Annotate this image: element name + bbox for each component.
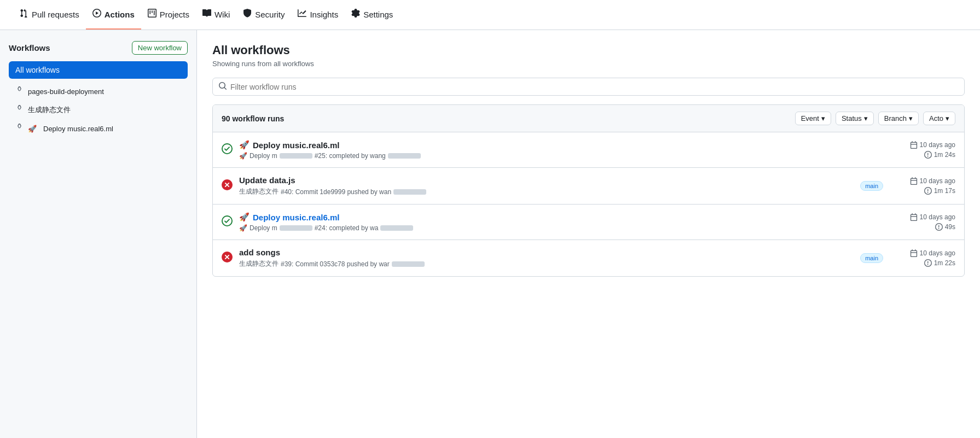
sidebar-header: Workflows New workflow <box>9 41 188 55</box>
run-subtitle-workflow-3: Deploy m <box>250 224 277 232</box>
filter-actor-label: Acto <box>929 114 943 122</box>
run-meta-date-4: 10 days ago <box>910 249 955 257</box>
run-row-3: 🚀 Deploy music.real6.ml 🚀 Deploy m #24: … <box>213 205 964 240</box>
run-info-4: add songs 生成静态文件 #39: Commit 0353c78 pus… <box>239 248 854 268</box>
run-branch-badge-2: main <box>860 181 883 191</box>
search-icon <box>218 81 227 92</box>
run-subtitle-workflow-2: 生成静态文件 <box>239 187 279 196</box>
run-rocket-icon-3: 🚀 <box>239 212 250 222</box>
run-title-2: Update data.js <box>239 176 854 185</box>
filter-status-button[interactable]: Status ▾ <box>836 112 874 125</box>
run-blurred-2 <box>393 189 426 195</box>
filter-actor-button[interactable]: Acto ▾ <box>923 112 955 125</box>
run-meta-duration-2: 1m 17s <box>924 187 955 195</box>
filter-status-chevron-icon: ▾ <box>864 114 868 122</box>
run-status-icon-1 <box>222 143 233 157</box>
run-branch-badge-4: main <box>860 253 883 263</box>
run-status-icon-4 <box>222 252 233 265</box>
run-blurred-1 <box>280 153 312 159</box>
runs-count: 90 workflow runs <box>222 114 284 123</box>
filter-event-button[interactable]: Event ▾ <box>795 112 831 125</box>
nav-insights-label: Insights <box>310 10 338 19</box>
nav-projects[interactable]: Projects <box>141 0 196 30</box>
nav-insights[interactable]: Insights <box>291 0 345 30</box>
run-meta-duration-1: 1m 24s <box>924 151 955 159</box>
run-meta-date-3: 10 days ago <box>910 213 955 221</box>
nav-pull-requests-label: Pull requests <box>32 10 79 19</box>
run-meta-3: 10 days ago 49s <box>890 213 955 231</box>
workflow-branch-icon-1 <box>15 86 24 96</box>
filter-branch-button[interactable]: Branch ▾ <box>878 112 919 125</box>
run-date-3: 10 days ago <box>920 213 955 221</box>
run-meta-duration-4: 1m 22s <box>924 259 955 267</box>
run-status-icon-2 <box>222 179 233 193</box>
run-row-4: add songs 生成静态文件 #39: Commit 0353c78 pus… <box>213 240 964 276</box>
search-input[interactable] <box>230 83 959 91</box>
sidebar-item-label-deploy-music-text: Deploy music.real6.ml <box>43 125 113 133</box>
workflow-branch-icon-2 <box>15 105 24 115</box>
sidebar: Workflows New workflow All workflows pag… <box>0 30 197 438</box>
sidebar-all-workflows[interactable]: All workflows <box>9 61 188 79</box>
run-title-text-1: Deploy music.real6.ml <box>253 141 339 150</box>
run-rocket-small-1: 🚀 <box>239 152 247 160</box>
run-meta-duration-3: 49s <box>935 223 955 231</box>
run-title-link-3[interactable]: Deploy music.real6.ml <box>253 213 339 222</box>
sidebar-item-deploy-music[interactable]: 🚀 Deploy music.real6.ml <box>9 119 188 138</box>
run-duration-4: 1m 22s <box>934 259 955 267</box>
layout: Workflows New workflow All workflows pag… <box>0 30 980 438</box>
filter-branch-chevron-icon: ▾ <box>909 114 913 122</box>
nav-security[interactable]: Security <box>236 0 291 30</box>
sidebar-item-generate-static[interactable]: 生成静态文件 <box>9 101 188 119</box>
page-title: All workflows <box>212 43 965 57</box>
run-blurred-1b <box>388 153 421 159</box>
run-title-1: 🚀 Deploy music.real6.ml <box>239 140 883 150</box>
run-subtitle-2: 生成静态文件 #40: Commit 1de9999 pushed by wan <box>239 187 854 196</box>
run-subtitle-run-4: #39: Commit 0353c78 pushed by war <box>281 260 390 268</box>
workflow-rocket-icon <box>15 124 24 133</box>
run-meta-1: 10 days ago 1m 24s <box>890 141 955 159</box>
main-content: All workflows Showing runs from all work… <box>197 30 980 438</box>
run-subtitle-workflow-1: Deploy m <box>250 152 277 160</box>
nav-actions-label: Actions <box>105 10 135 19</box>
run-subtitle-3: 🚀 Deploy m #24: completed by wa <box>239 224 883 232</box>
run-row-2: Update data.js 生成静态文件 #40: Commit 1de999… <box>213 168 964 205</box>
security-icon <box>243 9 252 20</box>
runs-filters: Event ▾ Status ▾ Branch ▾ Acto ▾ <box>795 112 955 125</box>
nav-security-label: Security <box>255 10 285 19</box>
nav-settings[interactable]: Settings <box>345 0 399 30</box>
filter-event-label: Event <box>801 114 819 122</box>
search-bar <box>212 78 965 96</box>
filter-actor-chevron-icon: ▾ <box>946 114 949 122</box>
run-date-2: 10 days ago <box>920 177 955 185</box>
run-meta-date-1: 10 days ago <box>910 141 955 149</box>
insights-icon <box>298 9 306 20</box>
filter-branch-label: Branch <box>884 114 907 122</box>
sidebar-item-label-generate-static: 生成静态文件 <box>28 105 71 115</box>
nav-actions[interactable]: Actions <box>86 0 141 30</box>
sidebar-title: Workflows <box>9 43 50 52</box>
top-nav: Pull requests Actions Projects Wiki Secu… <box>0 0 980 30</box>
sidebar-item-label-deploy-music: 🚀 <box>28 125 37 133</box>
run-duration-3: 49s <box>945 223 955 231</box>
runs-header: 90 workflow runs Event ▾ Status ▾ Branch… <box>213 105 964 132</box>
new-workflow-button[interactable]: New workflow <box>132 41 188 55</box>
run-blurred-4 <box>392 261 425 267</box>
filter-event-chevron-icon: ▾ <box>821 114 825 122</box>
run-subtitle-workflow-4: 生成静态文件 <box>239 259 279 268</box>
nav-wiki[interactable]: Wiki <box>196 0 236 30</box>
wiki-icon <box>202 9 211 20</box>
run-subtitle-run-3: #24: completed by wa <box>315 224 379 232</box>
run-meta-2: 10 days ago 1m 17s <box>890 177 955 195</box>
sidebar-item-pages-build[interactable]: pages-build-deployment <box>9 82 188 101</box>
run-status-icon-3 <box>222 215 233 229</box>
filter-status-label: Status <box>842 114 862 122</box>
run-meta-4: 10 days ago 1m 22s <box>890 249 955 267</box>
run-row-1: 🚀 Deploy music.real6.ml 🚀 Deploy m #25: … <box>213 132 964 168</box>
run-info-3: 🚀 Deploy music.real6.ml 🚀 Deploy m #24: … <box>239 212 883 232</box>
run-duration-2: 1m 17s <box>934 187 955 195</box>
run-date-1: 10 days ago <box>920 141 955 149</box>
settings-icon <box>351 9 360 20</box>
run-subtitle-run-1: #25: completed by wang <box>315 152 386 160</box>
nav-pull-requests[interactable]: Pull requests <box>13 0 86 30</box>
nav-projects-label: Projects <box>160 10 189 19</box>
